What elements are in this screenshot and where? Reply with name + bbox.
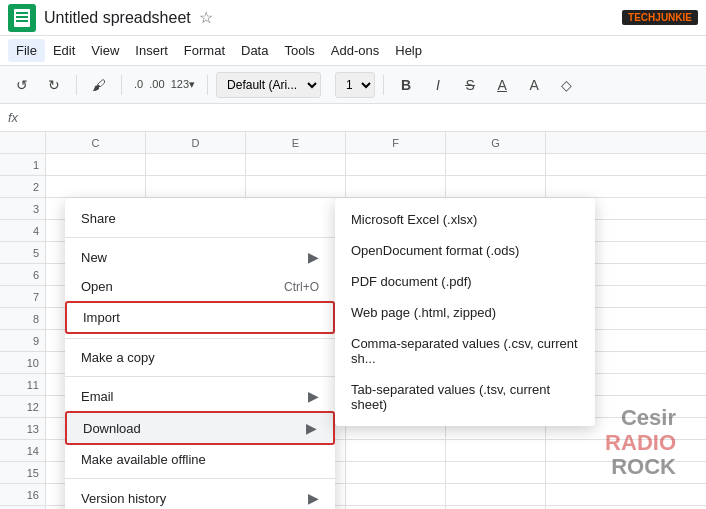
submenu-item-pdf[interactable]: PDF document (.pdf)	[335, 266, 595, 297]
menu-help[interactable]: Help	[387, 39, 430, 62]
row-num-10: 10	[0, 352, 45, 374]
number-format-label: .0 .00 123▾	[130, 78, 199, 91]
grid-row-1	[46, 154, 706, 176]
row-num-6: 6	[0, 264, 45, 286]
submenu-item-tsv[interactable]: Tab-separated values (.tsv, current shee…	[335, 374, 595, 420]
toolbar-separator-2	[121, 75, 122, 95]
row-num-11: 11	[0, 374, 45, 396]
row-num-14: 14	[0, 440, 45, 462]
cell-f1[interactable]	[346, 154, 446, 175]
undo-button[interactable]: ↺	[8, 71, 36, 99]
menu-item-open[interactable]: Open Ctrl+O	[65, 272, 335, 301]
row-header-corner	[0, 132, 45, 154]
submenu-item-html[interactable]: Web page (.html, zipped)	[335, 297, 595, 328]
formula-bar: fx	[0, 104, 706, 132]
divider-4	[65, 478, 335, 479]
menu-item-makeavailable[interactable]: Make available offline	[65, 445, 335, 474]
cell-f16[interactable]	[346, 484, 446, 505]
menu-format[interactable]: Format	[176, 39, 233, 62]
cell-e1[interactable]	[246, 154, 346, 175]
row-num-9: 9	[0, 330, 45, 352]
menu-item-new[interactable]: New ▶	[65, 242, 335, 272]
arrow-icon-versionhistory: ▶	[308, 490, 319, 506]
row-num-7: 7	[0, 286, 45, 308]
menu-tools[interactable]: Tools	[276, 39, 322, 62]
sheets-app-icon	[8, 4, 36, 32]
menu-addons[interactable]: Add-ons	[323, 39, 387, 62]
row-num-15: 15	[0, 462, 45, 484]
cell-d1[interactable]	[146, 154, 246, 175]
italic-button[interactable]: I	[424, 71, 452, 99]
row-num-13: 13	[0, 418, 45, 440]
cell-g1[interactable]	[446, 154, 546, 175]
col-header-g: G	[446, 132, 546, 153]
divider-3	[65, 376, 335, 377]
cell-f2[interactable]	[346, 176, 446, 197]
cell-f14[interactable]	[346, 440, 446, 461]
menu-item-download[interactable]: Download ▶	[65, 411, 335, 445]
row-num-12: 12	[0, 396, 45, 418]
cell-g2[interactable]	[446, 176, 546, 197]
col-header-e: E	[246, 132, 346, 153]
star-icon[interactable]: ☆	[199, 8, 213, 27]
underline-button[interactable]: A	[488, 71, 516, 99]
font-size-selector[interactable]: 10	[335, 72, 375, 98]
download-submenu[interactable]: Microsoft Excel (.xlsx) OpenDocument for…	[335, 198, 595, 426]
divider-2	[65, 338, 335, 339]
bold-button[interactable]: B	[392, 71, 420, 99]
redo-button[interactable]: ↻	[40, 71, 68, 99]
row-num-2: 2	[0, 176, 45, 198]
cell-e2[interactable]	[246, 176, 346, 197]
toolbar-separator-1	[76, 75, 77, 95]
techjunkie-badge: TECHJUNKIE	[622, 10, 698, 25]
document-title[interactable]: Untitled spreadsheet	[44, 9, 191, 27]
text-color-button[interactable]: A	[520, 71, 548, 99]
menu-item-share[interactable]: Share	[65, 204, 335, 233]
toolbar-separator-3	[207, 75, 208, 95]
paint-format-button[interactable]: 🖌	[85, 71, 113, 99]
column-headers: C D E F G	[46, 132, 706, 154]
spreadsheet-area: 1 2 3 4 5 6 7 8 9 10 11 12 13 14 15 16 1…	[0, 132, 706, 509]
menu-edit[interactable]: Edit	[45, 39, 83, 62]
submenu-item-xlsx[interactable]: Microsoft Excel (.xlsx)	[335, 204, 595, 235]
menu-item-email[interactable]: Email ▶	[65, 381, 335, 411]
row-numbers: 1 2 3 4 5 6 7 8 9 10 11 12 13 14 15 16 1…	[0, 132, 46, 509]
grid-row-2	[46, 176, 706, 198]
cell-c2[interactable]	[46, 176, 146, 197]
arrow-icon-new: ▶	[308, 249, 319, 265]
menu-bar: File Edit View Insert Format Data Tools …	[0, 36, 706, 66]
cell-g15[interactable]	[446, 462, 546, 483]
row-num-16: 16	[0, 484, 45, 506]
cell-g14[interactable]	[446, 440, 546, 461]
toolbar-separator-4	[383, 75, 384, 95]
divider-1	[65, 237, 335, 238]
menu-data[interactable]: Data	[233, 39, 276, 62]
arrow-icon-download: ▶	[306, 420, 317, 436]
row-num-8: 8	[0, 308, 45, 330]
menu-file[interactable]: File	[8, 39, 45, 62]
menu-item-makecopy[interactable]: Make a copy	[65, 343, 335, 372]
cell-f15[interactable]	[346, 462, 446, 483]
toolbar: ↺ ↻ 🖌 .0 .00 123▾ Default (Ari... 10 B I…	[0, 66, 706, 104]
strikethrough-button[interactable]: S	[456, 71, 484, 99]
col-header-d: D	[146, 132, 246, 153]
arrow-icon-email: ▶	[308, 388, 319, 404]
menu-insert[interactable]: Insert	[127, 39, 176, 62]
menu-view[interactable]: View	[83, 39, 127, 62]
row-num-3: 3	[0, 198, 45, 220]
cell-c1[interactable]	[46, 154, 146, 175]
menu-item-import[interactable]: Import	[65, 301, 335, 334]
cell-g16[interactable]	[446, 484, 546, 505]
fill-color-button[interactable]: ◇	[552, 71, 580, 99]
file-dropdown[interactable]: Share New ▶ Open Ctrl+O Import Make a co…	[65, 198, 335, 509]
row-num-4: 4	[0, 220, 45, 242]
fx-label: fx	[8, 110, 18, 125]
font-family-selector[interactable]: Default (Ari...	[216, 72, 321, 98]
submenu-item-csv[interactable]: Comma-separated values (.csv, current sh…	[335, 328, 595, 374]
cell-d2[interactable]	[146, 176, 246, 197]
row-num-1: 1	[0, 154, 45, 176]
submenu-item-ods[interactable]: OpenDocument format (.ods)	[335, 235, 595, 266]
title-bar: Untitled spreadsheet ☆ TECHJUNKIE	[0, 0, 706, 36]
menu-item-versionhistory[interactable]: Version history ▶	[65, 483, 335, 509]
col-header-c: C	[46, 132, 146, 153]
